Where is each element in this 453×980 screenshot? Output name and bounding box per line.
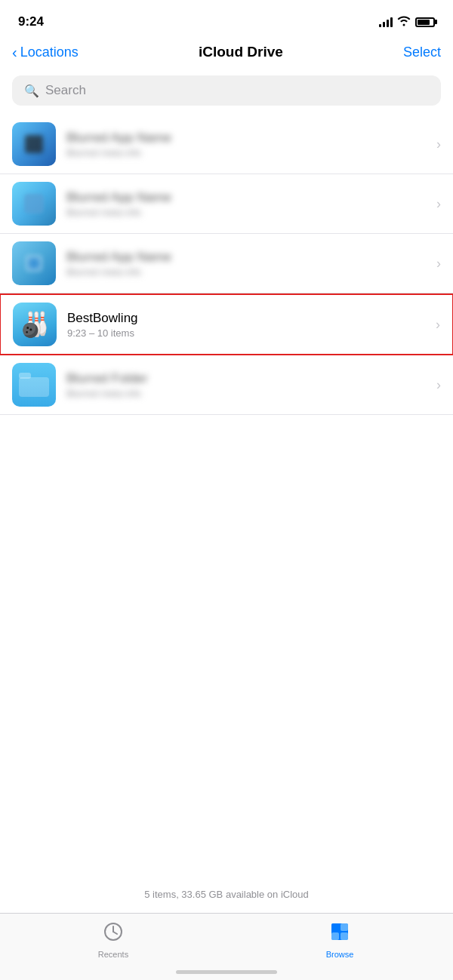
file-list: Blurred App Name Blurred meta info › Blu…	[0, 115, 453, 415]
list-item[interactable]: Blurred App Name Blurred meta info ›	[0, 174, 453, 234]
file-name: Blurred Folder	[66, 371, 430, 386]
search-placeholder: Search	[45, 83, 86, 98]
tab-recents[interactable]: Recents	[0, 921, 226, 959]
file-name: Blurred App Name	[66, 250, 430, 265]
page-title: iCloud Drive	[199, 44, 283, 60]
tab-browse[interactable]: Browse	[226, 921, 453, 959]
back-chevron-icon: ‹	[12, 45, 17, 60]
list-item[interactable]: Blurred Folder Blurred meta info ›	[0, 355, 453, 415]
list-item[interactable]: Blurred App Name Blurred meta info ›	[0, 234, 453, 293]
tab-recents-label: Recents	[98, 950, 128, 959]
file-icon	[12, 182, 56, 226]
file-meta: Blurred meta info	[66, 147, 430, 158]
chevron-right-icon: ›	[436, 256, 441, 272]
chevron-right-icon: ›	[436, 196, 441, 212]
file-name: Blurred App Name	[66, 131, 430, 146]
file-icon	[12, 241, 56, 285]
status-time: 9:24	[18, 14, 44, 29]
wifi-icon	[397, 16, 411, 29]
svg-rect-1	[19, 373, 31, 379]
footer-storage: 5 items, 33.65 GB available on iCloud	[0, 874, 453, 912]
chevron-right-icon: ›	[436, 377, 441, 393]
file-meta: Blurred meta info	[66, 388, 430, 399]
home-indicator	[176, 970, 277, 974]
battery-icon	[415, 17, 435, 27]
file-info: Blurred Folder Blurred meta info	[66, 371, 430, 399]
select-button[interactable]: Select	[403, 45, 441, 60]
list-item[interactable]: Blurred App Name Blurred meta info ›	[0, 115, 453, 174]
file-meta: 9:23 – 10 items	[67, 327, 430, 339]
search-container: 🔍 Search	[0, 69, 453, 115]
storage-text: 5 items, 33.65 GB available on iCloud	[144, 889, 309, 900]
tab-browse-label: Browse	[326, 950, 354, 959]
search-bar[interactable]: 🔍 Search	[12, 75, 441, 106]
signal-icon	[379, 17, 393, 27]
browse-icon	[329, 921, 350, 948]
search-icon: 🔍	[24, 84, 39, 98]
svg-line-4	[113, 932, 117, 934]
svg-rect-7	[341, 923, 348, 931]
svg-rect-6	[331, 923, 339, 931]
back-button[interactable]: ‹ Locations	[12, 45, 79, 60]
svg-rect-0	[19, 377, 49, 397]
folder-icon	[12, 363, 56, 407]
file-icon	[12, 122, 56, 166]
file-info: Blurred App Name Blurred meta info	[66, 190, 430, 218]
file-meta: Blurred meta info	[66, 266, 430, 278]
back-label: Locations	[20, 45, 79, 60]
status-bar: 9:24	[0, 0, 453, 38]
file-info: Blurred App Name Blurred meta info	[66, 131, 430, 158]
file-name: Blurred App Name	[66, 190, 430, 205]
status-icons	[379, 16, 435, 29]
file-meta: Blurred meta info	[66, 207, 430, 218]
best-bowling-item[interactable]: 🎳 BestBowling 9:23 – 10 items ›	[0, 293, 453, 355]
file-name: BestBowling	[67, 311, 430, 326]
chevron-right-icon: ›	[436, 317, 440, 333]
nav-bar: ‹ Locations iCloud Drive Select	[0, 38, 453, 69]
svg-rect-9	[341, 932, 348, 940]
chevron-right-icon: ›	[436, 137, 441, 152]
file-info: Blurred App Name Blurred meta info	[66, 250, 430, 278]
file-info: BestBowling 9:23 – 10 items	[67, 311, 430, 339]
svg-rect-8	[331, 932, 339, 940]
bowling-folder-icon: 🎳	[13, 303, 57, 346]
recents-icon	[103, 921, 124, 948]
